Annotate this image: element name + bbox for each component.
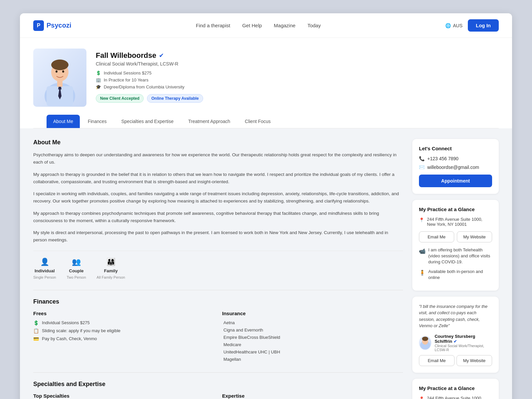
nav-get-help[interactable]: Get Help: [242, 23, 262, 28]
individual-icon: 👤: [40, 258, 49, 266]
sliding-icon: 📋: [33, 328, 39, 333]
testimonial-text: "I bill the insurance company for the vi…: [419, 303, 492, 329]
fee-icon: 💲: [96, 70, 101, 75]
region-selector[interactable]: 🌐 AUS: [445, 23, 463, 28]
calendar-icon: 🏢: [96, 77, 101, 82]
tab-treatment[interactable]: Treatment Approach: [182, 115, 237, 128]
family-sublabel: All Family Person: [97, 275, 125, 279]
practice-card: My Practice at a Glance 📍 244 Fifth Aven…: [412, 200, 499, 291]
edu-icon: 🎓: [96, 84, 101, 89]
individual-sublabel: Single Person: [33, 275, 56, 279]
inperson-text: Available both in-person and online: [428, 269, 492, 281]
profile-header: Fall Willeboordse ✔ Clinical Social Work…: [33, 49, 499, 115]
phone-icon: 📞: [419, 156, 425, 161]
about-me-title: About Me: [33, 139, 403, 146]
connect-card: Let's Connect 📞 +123 456 7890 ✉️ willebo…: [412, 139, 499, 194]
payment-icon: 💳: [33, 336, 39, 341]
frees-title: Frees: [33, 311, 214, 316]
website-button[interactable]: My Website: [457, 231, 492, 242]
connect-title: Let's Connect: [419, 146, 492, 151]
insurance-list: Aetna Cigna and Evernorth Empire BlueCro…: [222, 320, 403, 362]
person-icon: 🧍: [419, 269, 426, 277]
verified-badge: ✔: [159, 52, 164, 59]
tab-finances[interactable]: Finances: [81, 115, 113, 128]
ins-magellan: Magellan: [222, 357, 403, 362]
telehealth-row: 📹 I am offering both Telehealth (video s…: [419, 247, 492, 265]
email-me-button[interactable]: Email Me: [419, 231, 454, 242]
telehealth-text: I am offering both Telehealth (video ses…: [428, 247, 492, 265]
about-me-section: About Me Psychotherapy aims to deepen ou…: [33, 139, 403, 244]
fee-payment-label: Pay by Cash, Check, Venmo: [42, 336, 97, 341]
profile-name-row: Fall Willeboordse ✔: [96, 51, 499, 60]
session-types: 👤 Individual Single Person 👥 Couple Two …: [33, 251, 403, 279]
testimonial-website-btn[interactable]: My Website: [457, 355, 492, 366]
couple-sublabel: Two Person: [67, 275, 86, 279]
about-para-2: My approach to therapy is grounded in th…: [33, 171, 403, 186]
email-icon: ✉️: [419, 165, 425, 170]
practice-glance-bottom: My Practice at a Glance 📍 244 Fifth Aven…: [412, 379, 499, 399]
therapist-education: Degree/Diploma from Columbia University: [104, 84, 185, 89]
inperson-row: 🧍 Available both in-person and online: [419, 269, 492, 281]
brand-logo[interactable]: P Psycozi: [33, 20, 71, 31]
therapist-name: Fall Willeboordse: [96, 51, 156, 60]
finances-grid: Frees 💲 Individual Sessions $275 📋 Slidi…: [33, 311, 403, 362]
connect-phone: 📞 +123 456 7890: [419, 156, 492, 161]
couple-label: Couple: [69, 268, 84, 273]
couple-icon: 👥: [72, 258, 81, 266]
svg-point-7: [56, 70, 58, 72]
mini-avatar-svg: [419, 336, 431, 350]
profile-meta: 💲 Individual Sessions $275 🏢 In Practice…: [96, 70, 499, 89]
testimonial-card: "I bill the insurance company for the vi…: [412, 297, 499, 373]
navbar-right: 🌐 AUS Log In: [445, 19, 499, 32]
specialties-grid: Top Specialties Trauma and PTSD Expertis…: [33, 393, 403, 399]
profile-info: Fall Willeboordse ✔ Clinical Social Work…: [96, 49, 499, 103]
mini-buttons: Email Me My Website: [419, 355, 492, 366]
mini-therapist-name: Courtney Stursberg Schiffrin ✔: [435, 334, 492, 344]
about-para-3: I specialize in working with individuals…: [33, 190, 403, 205]
content-main: About Me Psychotherapy aims to deepen ou…: [33, 139, 403, 399]
connect-email-row: ✉️ willeboordse@gmail.com: [419, 165, 492, 170]
tab-about-me[interactable]: About Me: [47, 115, 80, 128]
fee-sliding: 📋 Sliding scale: apply if you may be eli…: [33, 328, 214, 333]
tab-client-focus[interactable]: Client Focus: [238, 115, 277, 128]
testimonial-email-btn[interactable]: Email Me: [419, 355, 455, 366]
nav-links: Find a therapist Get Help Magazine Today: [196, 23, 321, 28]
profile-badges: New Client Accepted Online Therapy Avail…: [96, 94, 499, 103]
profile-tabs: About Me Finances Specialties and Expert…: [33, 115, 499, 128]
session-individual: 👤 Individual Single Person: [33, 258, 56, 279]
svg-point-11: [422, 336, 428, 341]
about-para-4: My approach to therapy combines psychody…: [33, 210, 403, 225]
top-specialties-col: Top Specialties Trauma and PTSD: [33, 393, 214, 399]
navbar: P Psycozi Find a therapist Get Help Maga…: [20, 13, 512, 38]
new-client-badge: New Client Accepted: [96, 94, 144, 103]
finances-section: Finances Frees 💲 Individual Sessions $27…: [33, 290, 403, 362]
therapist-experience: In Practice for 10 Years: [104, 77, 148, 82]
session-couple: 👥 Couple Two Person: [67, 258, 86, 279]
practice-address: 📍 244 Fifth Avenue Suite 1000, New York,…: [419, 217, 492, 227]
practice-title: My Practice at a Glance: [419, 206, 492, 212]
nav-magazine[interactable]: Magazine: [274, 23, 296, 28]
nav-today[interactable]: Today: [308, 23, 321, 28]
nav-find-therapist[interactable]: Find a therapist: [196, 23, 230, 28]
testimonial-therapist: Courtney Stursberg Schiffrin ✔ Clinical …: [419, 334, 492, 352]
fees-col: Frees 💲 Individual Sessions $275 📋 Slidi…: [33, 311, 214, 362]
svg-point-2: [51, 60, 68, 70]
location-icon: 📍: [419, 217, 424, 222]
main-card: P Psycozi Find a therapist Get Help Maga…: [20, 13, 512, 399]
top-specialties-subtitle: Top Specialties: [33, 393, 214, 399]
login-button[interactable]: Log In: [468, 19, 499, 32]
fee-sliding-label: Sliding scale: apply if you may be eligi…: [42, 328, 120, 333]
ins-uhc: UnitedHealthcare UHC | UBH: [222, 349, 403, 354]
expertise-subtitle: Expertise: [222, 393, 403, 399]
ins-medicare: Medicare: [222, 342, 403, 347]
profile-section: Fall Willeboordse ✔ Clinical Social Work…: [20, 38, 512, 128]
svg-point-8: [62, 70, 64, 72]
family-label: Family: [104, 268, 118, 273]
online-therapy-badge: Online Therapy Available: [147, 94, 203, 103]
practice-glance-title: My Practice at a Glance: [419, 385, 492, 391]
brand-name: Psycozi: [47, 22, 71, 29]
fee-list: 💲 Individual Sessions $275 📋 Sliding sca…: [33, 320, 214, 341]
location-icon-2: 📍: [419, 396, 424, 399]
tab-specialties[interactable]: Specialties and Expertise: [115, 115, 180, 128]
appointment-button[interactable]: Appointment: [419, 175, 492, 187]
